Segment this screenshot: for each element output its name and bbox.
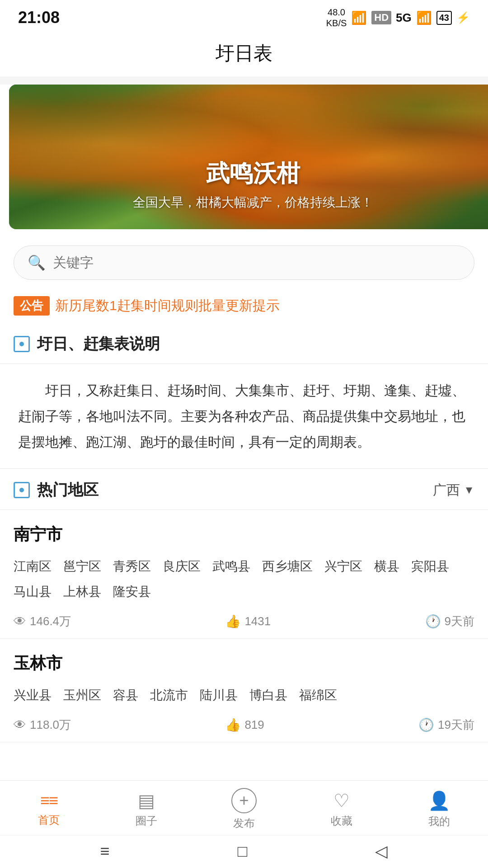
banner-text: 武鸣沃柑 全国大旱，柑橘大幅减产，价格持续上涨！ bbox=[9, 158, 488, 211]
info-section-header[interactable]: 圩日、赶集表说明 bbox=[0, 323, 488, 364]
district-item: 福绵区 bbox=[299, 683, 337, 708]
city-list: 南宁市 江南区 邕宁区 青秀区 良庆区 武鸣县 西乡塘区 兴宁区 横县 宾阳县 … bbox=[0, 510, 488, 742]
notice-badge: 公告 bbox=[14, 296, 50, 316]
home-gesture[interactable]: □ bbox=[238, 842, 248, 861]
selected-region: 广西 bbox=[433, 481, 460, 500]
info-section-title: 圩日、赶集表说明 bbox=[37, 334, 160, 354]
hot-region-title: 热门地区 bbox=[37, 480, 99, 500]
district-item: 邕宁区 bbox=[63, 554, 101, 579]
district-item: 兴业县 bbox=[14, 683, 52, 708]
district-item: 博白县 bbox=[249, 683, 287, 708]
time-stat: 🕐 9天前 bbox=[425, 613, 474, 629]
wifi-icon: 📶 bbox=[351, 10, 367, 25]
eye-icon: 👁 bbox=[14, 614, 26, 629]
like-count: 819 bbox=[244, 718, 264, 732]
hot-region-header: 热门地区 广西 ▼ bbox=[0, 469, 488, 510]
home-icon: ≡≡ bbox=[40, 791, 57, 810]
city-block-nanning[interactable]: 南宁市 江南区 邕宁区 青秀区 良庆区 武鸣县 西乡塘区 兴宁区 横县 宾阳县 … bbox=[0, 510, 488, 639]
collect-icon: ♡ bbox=[333, 790, 350, 811]
nav-tab-mine[interactable]: 👤 我的 bbox=[412, 790, 466, 829]
notice-bar[interactable]: 公告 新历尾数1赶集时间规则批量更新提示 bbox=[0, 289, 488, 323]
speed-indicator: 48.0KB/S bbox=[326, 7, 347, 28]
thumb-icon: 👍 bbox=[225, 717, 241, 732]
district-item: 玉州区 bbox=[63, 683, 101, 708]
banner-title: 武鸣沃柑 bbox=[9, 158, 488, 189]
main-content: 武鸣沃柑 全国大旱，柑橘大幅减产，价格持续上涨！ 🔍 公告 新历尾数1赶集时间规… bbox=[0, 85, 488, 833]
nav-tab-circle-label: 圈子 bbox=[136, 814, 157, 828]
district-item: 武鸣县 bbox=[212, 554, 250, 579]
clock-icon: 🕐 bbox=[425, 614, 441, 629]
nav-tab-circle[interactable]: ▤ 圈子 bbox=[119, 790, 174, 828]
nav-tabs: ≡≡ 首页 ▤ 圈子 + 发布 ♡ 收藏 👤 我的 bbox=[0, 781, 488, 835]
clock-icon: 🕐 bbox=[418, 717, 434, 732]
hd-badge: HD bbox=[371, 11, 391, 24]
city-name: 南宁市 bbox=[14, 524, 474, 546]
view-stat: 👁 118.0万 bbox=[14, 717, 71, 733]
district-item: 西乡塘区 bbox=[262, 554, 313, 579]
battery-indicator: 43 bbox=[436, 11, 452, 25]
hot-region-icon bbox=[14, 482, 30, 498]
menu-gesture[interactable]: ≡ bbox=[100, 842, 110, 861]
city-stats-nanning: 👁 146.4万 👍 1431 🕐 9天前 bbox=[14, 613, 474, 629]
district-item: 兴宁区 bbox=[324, 554, 362, 579]
banner[interactable]: 武鸣沃柑 全国大旱，柑橘大幅减产，价格持续上涨！ bbox=[9, 85, 488, 229]
description-text: 圩日，又称赶集日、赶场时间、大集集市、赶圩、圩期、逢集、赶墟、赶闹子等，各地叫法… bbox=[18, 383, 465, 449]
page-title: 圩日表 bbox=[0, 41, 488, 66]
network-icon: 5G bbox=[396, 11, 412, 25]
chevron-down-icon: ▼ bbox=[464, 484, 474, 496]
district-list-yulin: 兴业县 玉州区 容县 北流市 陆川县 博白县 福绵区 bbox=[14, 683, 474, 708]
signal-icon: 📶 bbox=[416, 10, 432, 25]
page-title-bar: 圩日表 bbox=[0, 32, 488, 77]
city-stats-yulin: 👁 118.0万 👍 819 🕐 19天前 bbox=[14, 717, 474, 733]
status-time: 21:08 bbox=[18, 8, 60, 27]
view-count: 146.4万 bbox=[30, 613, 71, 629]
nav-tab-home[interactable]: ≡≡ 首页 bbox=[22, 791, 76, 827]
mine-icon: 👤 bbox=[428, 790, 450, 811]
notice-text: 新历尾数1赶集时间规则批量更新提示 bbox=[55, 297, 280, 315]
view-count: 118.0万 bbox=[30, 717, 71, 733]
city-block-yulin[interactable]: 玉林市 兴业县 玉州区 容县 北流市 陆川县 博白县 福绵区 👁 118.0万 … bbox=[0, 639, 488, 742]
status-icons: 48.0KB/S 📶 HD 5G 📶 43 ⚡ bbox=[326, 7, 470, 28]
nav-tab-publish[interactable]: + 发布 bbox=[217, 788, 271, 830]
description-block: 圩日，又称赶集日、赶场时间、大集集市、赶圩、圩期、逢集、赶墟、赶闹子等，各地叫法… bbox=[0, 364, 488, 469]
district-item: 良庆区 bbox=[163, 554, 201, 579]
section-icon bbox=[14, 336, 30, 352]
like-stat: 👍 1431 bbox=[225, 614, 271, 629]
bottom-nav: ≡≡ 首页 ▤ 圈子 + 发布 ♡ 收藏 👤 我的 ≡ □ ◁ bbox=[0, 780, 488, 868]
district-item: 上林县 bbox=[63, 579, 101, 604]
like-count: 1431 bbox=[244, 614, 271, 628]
nav-tab-publish-label: 发布 bbox=[233, 816, 255, 830]
charging-icon: ⚡ bbox=[456, 11, 470, 24]
district-item: 马山县 bbox=[14, 579, 52, 604]
district-item: 青秀区 bbox=[113, 554, 151, 579]
like-stat: 👍 819 bbox=[225, 717, 264, 732]
region-selector[interactable]: 广西 ▼ bbox=[433, 481, 474, 500]
search-icon: 🔍 bbox=[28, 254, 46, 271]
district-item: 宾阳县 bbox=[411, 554, 449, 579]
time-ago: 19天前 bbox=[438, 717, 474, 733]
district-list-nanning: 江南区 邕宁区 青秀区 良庆区 武鸣县 西乡塘区 兴宁区 横县 宾阳县 马山县 … bbox=[14, 554, 474, 604]
back-gesture[interactable]: ◁ bbox=[375, 842, 388, 861]
time-ago: 9天前 bbox=[445, 613, 474, 629]
search-area: 🔍 bbox=[0, 236, 488, 289]
nav-tab-collect-label: 收藏 bbox=[331, 814, 352, 828]
banner-subtitle: 全国大旱，柑橘大幅减产，价格持续上涨！ bbox=[9, 194, 488, 211]
district-item: 容县 bbox=[113, 683, 138, 708]
district-item: 横县 bbox=[374, 554, 399, 579]
publish-icon: + bbox=[231, 788, 257, 813]
search-input[interactable] bbox=[53, 255, 460, 270]
gesture-bar: ≡ □ ◁ bbox=[0, 835, 488, 868]
nav-tab-mine-label: 我的 bbox=[428, 814, 450, 829]
time-stat: 🕐 19天前 bbox=[418, 717, 474, 733]
district-item: 隆安县 bbox=[113, 579, 151, 604]
thumb-icon: 👍 bbox=[225, 614, 241, 629]
nav-tab-home-label: 首页 bbox=[38, 813, 60, 827]
district-item: 陆川县 bbox=[200, 683, 238, 708]
nav-tab-collect[interactable]: ♡ 收藏 bbox=[314, 790, 369, 828]
view-stat: 👁 146.4万 bbox=[14, 613, 71, 629]
circle-icon: ▤ bbox=[138, 790, 155, 811]
eye-icon: 👁 bbox=[14, 717, 26, 732]
city-name: 玉林市 bbox=[14, 652, 474, 675]
status-bar: 21:08 48.0KB/S 📶 HD 5G 📶 43 ⚡ bbox=[0, 0, 488, 32]
search-box[interactable]: 🔍 bbox=[14, 245, 474, 280]
